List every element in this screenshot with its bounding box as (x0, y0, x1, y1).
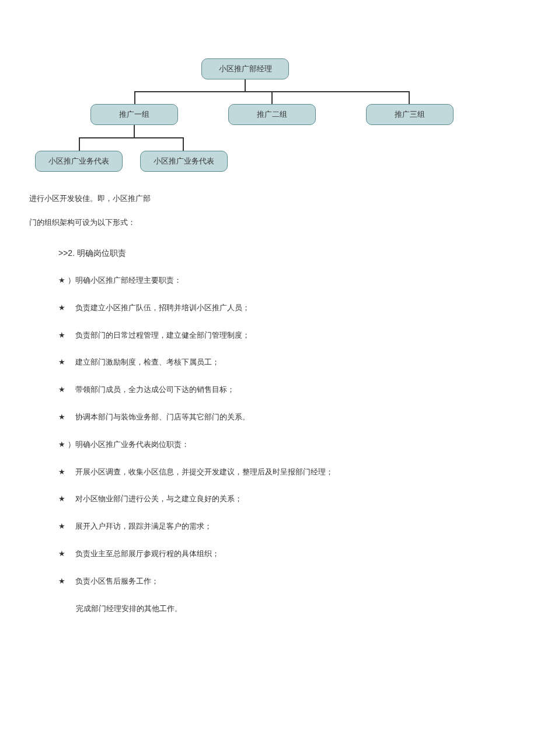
connector (134, 91, 135, 104)
bullet-item: ★ 协调本部门与装饰业务部、门店等其它部门的关系。 (58, 411, 508, 424)
star-icon: ★ (58, 440, 65, 449)
connector (79, 137, 184, 138)
bullet-text: ）明确小区推广部经理主要职责： (68, 275, 182, 287)
bullet-item: ★ 负责建立小区推广队伍，招聘并培训小区推广人员； (58, 302, 508, 314)
star-icon: ★ (58, 385, 65, 394)
star-icon: ★ (58, 467, 65, 476)
org-node-group3: 推广三组 (366, 104, 454, 125)
connector (271, 91, 273, 104)
connector (409, 91, 410, 104)
org-node-group1: 推广一组 (90, 104, 178, 125)
bullet-text: 协调本部门与装饰业务部、门店等其它部门的关系。 (68, 411, 250, 424)
connector (183, 137, 184, 151)
star-icon: ★ (58, 577, 65, 585)
connector (79, 137, 80, 151)
bullet-item: ★ ）明确小区推广部经理主要职责： (58, 275, 508, 287)
bullet-text: 带领部门成员，全力达成公司下达的销售目标； (68, 384, 235, 396)
paragraph: 进行小区开发较佳。即，小区推广部 (29, 193, 508, 205)
paragraph: 门的组织架构可设为以下形式： (29, 217, 508, 229)
bullet-text: 负责小区售后服务工作； (68, 575, 159, 588)
heading-text: 明确岗位职责 (77, 248, 126, 258)
star-icon: ★ (58, 549, 65, 558)
star-icon: ★ (58, 522, 65, 530)
bullet-item: ★ 对小区物业部门进行公关，与之建立良好的关系； (58, 493, 508, 505)
body-text: 进行小区开发较佳。即，小区推广部 门的组织架构可设为以下形式： >>2. 明确岗… (29, 193, 508, 615)
bullet-text: 负责业主至总部展厅参观行程的具体组织； (68, 548, 219, 560)
bullet-item: ★ 展开入户拜访，跟踪并满足客户的需求； (58, 521, 508, 533)
star-icon: ★ (58, 331, 65, 339)
star-icon: ★ (58, 494, 65, 503)
bullet-item: ★ 负责小区售后服务工作； (58, 575, 508, 588)
bullet-text: 负责建立小区推广队伍，招聘并培训小区推广人员； (68, 302, 250, 314)
bullet-text: ）明确小区推广业务代表岗位职责： (68, 439, 189, 451)
star-icon: ★ (58, 276, 65, 285)
org-chart: 小区推广部经理 推广一组 推广二组 推广三组 小区推广业务代表 小区推广业务代表 (29, 58, 508, 187)
heading-marker: >>2. (58, 248, 75, 258)
bullet-text: 对小区物业部门进行公关，与之建立良好的关系； (68, 493, 242, 505)
document-page: 小区推广部经理 推广一组 推广二组 推广三组 小区推广业务代表 小区推广业务代表… (0, 58, 537, 661)
connector (245, 78, 246, 91)
final-paragraph: 完成部门经理安排的其他工作。 (76, 603, 508, 615)
section-heading: >>2. 明确岗位职责 (58, 247, 508, 259)
bullet-text: 负责部门的日常过程管理，建立健全部门管理制度； (68, 330, 250, 342)
org-node-root: 小区推广部经理 (201, 58, 289, 79)
star-icon: ★ (58, 303, 65, 312)
bullet-text: 开展小区调查，收集小区信息，并提交开发建议，整理后及时呈报部门经理； (68, 466, 333, 478)
org-node-leaf2: 小区推广业务代表 (140, 151, 228, 172)
bullet-text: 建立部门激励制度，检查、考核下属员工； (68, 356, 219, 369)
star-icon: ★ (58, 358, 65, 366)
bullet-item: ★ 开展小区调查，收集小区信息，并提交开发建议，整理后及时呈报部门经理； (58, 466, 508, 478)
bullet-item: ★ 负责业主至总部展厅参观行程的具体组织； (58, 548, 508, 560)
bullet-item: ★ ）明确小区推广业务代表岗位职责： (58, 439, 508, 451)
bullet-item: ★ 带领部门成员，全力达成公司下达的销售目标； (58, 384, 508, 396)
org-node-leaf1: 小区推广业务代表 (35, 151, 123, 172)
bullet-item: ★ 负责部门的日常过程管理，建立健全部门管理制度； (58, 330, 508, 342)
bullet-item: ★ 建立部门激励制度，检查、考核下属员工； (58, 356, 508, 369)
star-icon: ★ (58, 412, 65, 421)
connector (134, 123, 135, 137)
bullet-text: 展开入户拜访，跟踪并满足客户的需求； (68, 521, 212, 533)
org-node-group2: 推广二组 (228, 104, 316, 125)
